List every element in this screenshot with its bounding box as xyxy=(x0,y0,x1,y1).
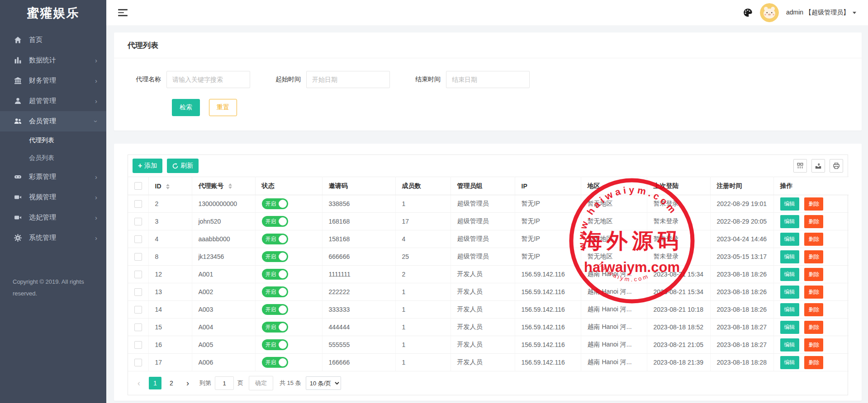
cell-account: A005 xyxy=(192,336,255,354)
row-checkbox[interactable] xyxy=(134,200,142,208)
delete-button[interactable]: 删除 xyxy=(804,338,823,351)
status-toggle[interactable]: 开启 xyxy=(262,286,288,297)
row-checkbox[interactable] xyxy=(134,323,142,331)
status-toggle[interactable]: 开启 xyxy=(262,304,288,315)
cell-status: 开启 xyxy=(255,266,322,283)
edit-button[interactable]: 编辑 xyxy=(780,321,799,334)
sort-icon[interactable] xyxy=(228,183,232,189)
edit-button[interactable]: 编辑 xyxy=(780,215,799,228)
columns-filter-icon[interactable] xyxy=(793,159,807,173)
delete-button[interactable]: 删除 xyxy=(804,321,823,334)
delete-button[interactable]: 删除 xyxy=(804,250,823,263)
sidebar-subitem-member-list[interactable]: 会员列表 xyxy=(0,149,106,167)
delete-button[interactable]: 删除 xyxy=(804,286,823,299)
edit-button[interactable]: 编辑 xyxy=(780,303,799,316)
edit-button[interactable]: 编辑 xyxy=(780,268,799,281)
user-avatar[interactable] xyxy=(760,3,779,22)
toggle-label: 开启 xyxy=(266,253,276,261)
row-checkbox[interactable] xyxy=(134,253,142,261)
row-checkbox[interactable] xyxy=(134,306,142,314)
goto-suffix-label: 页 xyxy=(237,379,243,387)
cell-account: A003 xyxy=(192,301,255,319)
edit-button[interactable]: 编辑 xyxy=(780,286,799,299)
goto-page-input[interactable] xyxy=(215,376,234,390)
page-button-1[interactable]: 1 xyxy=(149,377,161,389)
status-toggle[interactable]: 开启 xyxy=(262,234,288,244)
cell-status: 开启 xyxy=(255,301,322,319)
cell-id: 2 xyxy=(148,195,192,213)
page-size-select[interactable]: 10 条/页 xyxy=(306,376,341,390)
table-body: 2 13000000000 开启 338856 1 超级管理员 暂无IP 暂无地… xyxy=(128,195,849,371)
delete-button[interactable]: 删除 xyxy=(804,268,823,281)
delete-button[interactable]: 删除 xyxy=(804,197,823,211)
edit-button[interactable]: 编辑 xyxy=(780,233,799,246)
status-toggle[interactable]: 开启 xyxy=(262,357,288,368)
reset-button[interactable]: 重置 xyxy=(209,99,237,116)
cell-status: 开启 xyxy=(255,248,322,266)
sidebar-item-xuanfei[interactable]: 选妃管理 › xyxy=(0,207,106,228)
status-toggle[interactable]: 开启 xyxy=(262,322,288,333)
table-row: 15 A004 开启 444444 1 开发人员 156.59.142.116 … xyxy=(128,319,849,336)
confirm-button[interactable]: 确定 xyxy=(249,376,273,390)
main-content: 代理列表 代理名称 起始时间 结束时间 检索 重置 xyxy=(106,0,868,401)
cell-actions: 编辑 删除 xyxy=(773,248,849,266)
row-checkbox[interactable] xyxy=(134,235,142,243)
sidebar-item-video[interactable]: 视频管理 › xyxy=(0,187,106,207)
delete-button[interactable]: 删除 xyxy=(804,215,823,228)
status-toggle[interactable]: 开启 xyxy=(262,251,288,262)
sidebar-item-super-admin[interactable]: 超管管理 › xyxy=(0,91,106,111)
edit-button[interactable]: 编辑 xyxy=(780,250,799,263)
edit-button[interactable]: 编辑 xyxy=(780,356,799,369)
refresh-button[interactable]: 刷新 xyxy=(167,159,199,173)
sidebar-item-home[interactable]: 首页 xyxy=(0,30,106,50)
theme-palette-icon[interactable] xyxy=(743,8,753,18)
hamburger-menu-icon[interactable] xyxy=(118,7,128,18)
search-button[interactable]: 检索 xyxy=(172,99,200,116)
status-toggle[interactable]: 开启 xyxy=(262,339,288,350)
end-date-input[interactable] xyxy=(446,71,530,88)
sort-icon[interactable] xyxy=(166,184,170,189)
export-icon[interactable] xyxy=(811,159,825,173)
cell-status: 开启 xyxy=(255,319,322,336)
sidebar-item-system[interactable]: 系统管理 › xyxy=(0,228,106,248)
column-header-account[interactable]: 代理账号 xyxy=(192,177,255,195)
edit-button[interactable]: 编辑 xyxy=(780,197,799,211)
row-checkbox[interactable] xyxy=(134,271,142,278)
page-button-2[interactable]: 2 xyxy=(165,377,178,389)
cell-actions: 编辑 删除 xyxy=(773,266,849,283)
sidebar-item-statistics[interactable]: 数据统计 › xyxy=(0,50,106,70)
status-toggle[interactable]: 开启 xyxy=(262,216,288,227)
row-checkbox[interactable] xyxy=(134,359,142,366)
start-date-input[interactable] xyxy=(306,71,390,88)
sidebar-item-lottery[interactable]: 彩票管理 › xyxy=(0,167,106,187)
video-camera-icon xyxy=(14,214,22,222)
row-checkbox[interactable] xyxy=(134,341,142,349)
cell-account: aaabbb000 xyxy=(192,230,255,248)
next-page-button[interactable]: › xyxy=(181,377,194,389)
delete-button[interactable]: 删除 xyxy=(804,233,823,246)
edit-button[interactable]: 编辑 xyxy=(780,338,799,351)
print-icon[interactable] xyxy=(830,159,843,173)
cell-region: 越南 Hanoi 河... xyxy=(581,266,647,283)
select-all-checkbox[interactable] xyxy=(134,182,142,190)
sidebar-item-members[interactable]: 会员管理 › xyxy=(0,111,106,131)
add-button[interactable]: + 添加 xyxy=(133,159,162,173)
row-checkbox[interactable] xyxy=(134,288,142,296)
column-header-id[interactable]: ID xyxy=(148,177,192,195)
delete-button[interactable]: 删除 xyxy=(804,356,823,369)
table-header-row: ID 代理账号 状态 邀请码 成员数 管理员组 IP 地区 上次登 xyxy=(128,177,849,195)
status-toggle[interactable]: 开启 xyxy=(262,198,288,209)
user-menu[interactable]: admin 【超级管理员】 xyxy=(786,9,856,17)
sidebar-item-finance[interactable]: 财务管理 › xyxy=(0,70,106,91)
row-checkbox[interactable] xyxy=(134,218,142,225)
cell-members: 1 xyxy=(395,354,451,371)
cell-admin-group: 开发人员 xyxy=(451,336,515,354)
cell-region: 越南 Hanoi 河... xyxy=(581,354,647,371)
sidebar-subitem-agent-list[interactable]: 代理列表 xyxy=(0,131,106,149)
cell-ip: 156.59.142.116 xyxy=(515,319,581,336)
prev-page-button[interactable]: ‹ xyxy=(133,377,145,389)
agent-name-input[interactable] xyxy=(166,71,250,88)
toggle-label: 开启 xyxy=(266,306,276,314)
delete-button[interactable]: 删除 xyxy=(804,303,823,316)
status-toggle[interactable]: 开启 xyxy=(262,269,288,280)
